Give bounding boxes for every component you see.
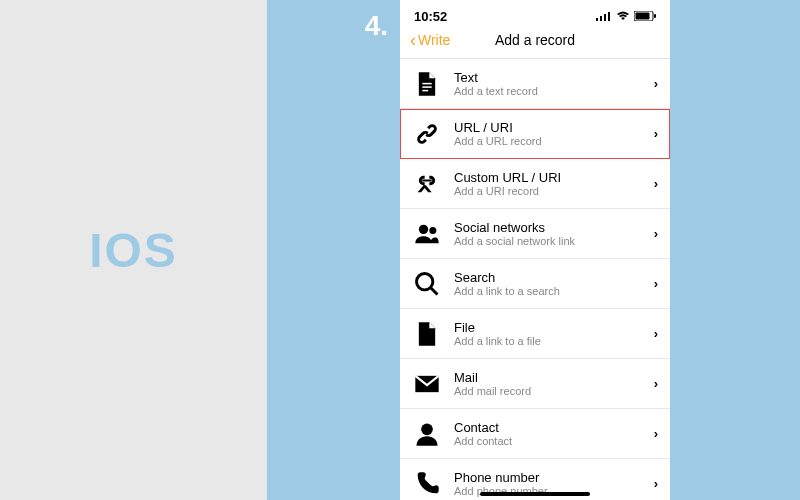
search-icon — [412, 269, 442, 299]
people-icon — [412, 219, 442, 249]
svg-rect-7 — [422, 82, 431, 84]
row-title: File — [454, 320, 654, 335]
svg-rect-2 — [604, 14, 606, 21]
status-bar: 10:52 — [400, 0, 670, 26]
svg-rect-1 — [600, 16, 602, 21]
record-row-search[interactable]: Search Add a link to a search › — [400, 259, 670, 309]
right-backdrop: 10:52 ‹ Write Add a record Text Add — [400, 0, 800, 500]
record-row-mail[interactable]: Mail Add mail record › — [400, 359, 670, 409]
record-row-custom-url[interactable]: Custom URL / URI Add a URI record › — [400, 159, 670, 209]
step-number: 4. — [365, 10, 388, 42]
svg-rect-9 — [422, 89, 428, 91]
page-title: Add a record — [495, 32, 575, 48]
row-sub: Add a link to a search — [454, 285, 654, 297]
record-list: Text Add a text record › URL / URI Add a… — [400, 58, 670, 500]
contact-icon — [412, 419, 442, 449]
chevron-right-icon: › — [654, 276, 658, 291]
record-row-url[interactable]: URL / URI Add a URL record › — [400, 109, 670, 159]
svg-rect-0 — [596, 18, 598, 21]
back-label: Write — [418, 32, 450, 48]
chevron-right-icon: › — [654, 226, 658, 241]
nav-bar: ‹ Write Add a record — [400, 26, 670, 58]
row-title: Social networks — [454, 220, 654, 235]
svg-point-14 — [421, 423, 433, 435]
status-time: 10:52 — [414, 9, 447, 24]
phone-icon — [412, 469, 442, 499]
row-title: URL / URI — [454, 120, 654, 135]
chevron-left-icon: ‹ — [410, 31, 416, 49]
mid-backdrop: 4. — [267, 0, 400, 500]
row-title: Contact — [454, 420, 654, 435]
back-button[interactable]: ‹ Write — [410, 31, 450, 49]
mail-icon — [412, 369, 442, 399]
svg-point-12 — [417, 273, 433, 289]
chevron-right-icon: › — [654, 376, 658, 391]
svg-rect-8 — [422, 86, 431, 88]
row-sub: Add a URI record — [454, 185, 654, 197]
chevron-right-icon: › — [654, 476, 658, 491]
row-title: Phone number — [454, 470, 654, 485]
platform-label: IOS — [89, 223, 178, 278]
svg-rect-5 — [636, 13, 650, 20]
row-sub: Add contact — [454, 435, 654, 447]
svg-point-11 — [429, 227, 436, 234]
record-row-social[interactable]: Social networks Add a social network lin… — [400, 209, 670, 259]
link-icon — [412, 119, 442, 149]
svg-line-13 — [431, 287, 438, 294]
record-row-text[interactable]: Text Add a text record › — [400, 59, 670, 109]
battery-icon — [634, 11, 656, 21]
row-sub: Add a text record — [454, 85, 654, 97]
home-indicator[interactable] — [480, 492, 590, 496]
phone-frame: 10:52 ‹ Write Add a record Text Add — [400, 0, 670, 500]
chevron-right-icon: › — [654, 426, 658, 441]
file-icon — [412, 319, 442, 349]
row-sub: Add a social network link — [454, 235, 654, 247]
status-indicators — [596, 11, 656, 21]
wifi-icon — [616, 11, 630, 21]
row-sub: Add a URL record — [454, 135, 654, 147]
row-title: Custom URL / URI — [454, 170, 654, 185]
document-icon — [412, 69, 442, 99]
row-sub: Add a link to a file — [454, 335, 654, 347]
row-title: Mail — [454, 370, 654, 385]
row-title: Search — [454, 270, 654, 285]
record-row-contact[interactable]: Contact Add contact › — [400, 409, 670, 459]
record-row-file[interactable]: File Add a link to a file › — [400, 309, 670, 359]
row-sub: Add mail record — [454, 385, 654, 397]
row-title: Text — [454, 70, 654, 85]
custom-link-icon — [412, 169, 442, 199]
left-backdrop: IOS — [0, 0, 267, 500]
signal-icon — [596, 11, 612, 21]
svg-rect-6 — [654, 14, 656, 18]
chevron-right-icon: › — [654, 176, 658, 191]
svg-point-10 — [419, 224, 428, 233]
chevron-right-icon: › — [654, 126, 658, 141]
chevron-right-icon: › — [654, 76, 658, 91]
chevron-right-icon: › — [654, 326, 658, 341]
svg-rect-3 — [608, 12, 610, 21]
